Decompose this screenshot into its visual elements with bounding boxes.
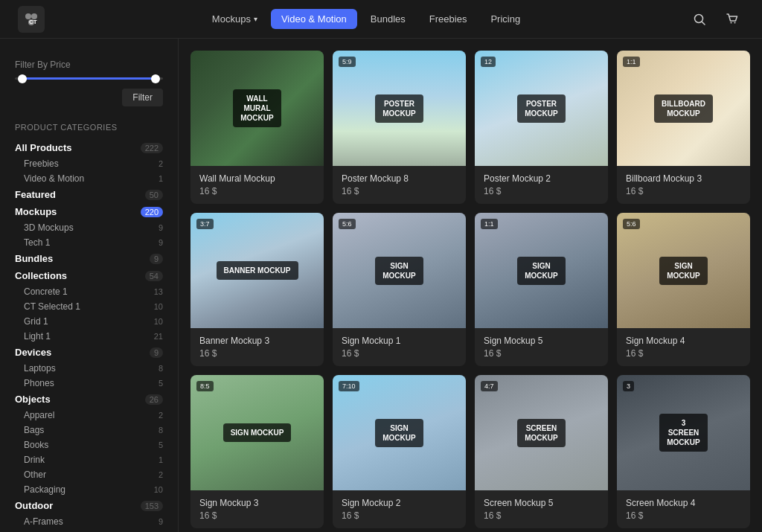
svg-point-4 (695, 14, 703, 22)
product-card[interactable]: 8:5SIGN MOCKUPSign Mockup 316 $ (190, 375, 324, 528)
sidebar-item-books[interactable]: Books 5 (0, 438, 178, 452)
mockup-label: SIGN MOCKUP (517, 257, 565, 285)
product-card[interactable]: 33 SCREEN MOCKUPScreen Mockup 416 $ (617, 375, 750, 528)
ratio-badge: 3 (623, 381, 634, 391)
product-image: 8:5SIGN MOCKUP (190, 375, 324, 490)
sidebar-item-collections[interactable]: Collections 54 (0, 267, 178, 284)
sidebar-item-bundles[interactable]: Bundles 9 (0, 250, 178, 267)
product-info: Sign Mockup 216 $ (333, 490, 466, 528)
sidebar-item-featured[interactable]: Featured 50 (0, 186, 178, 203)
slider-thumb-right[interactable] (151, 74, 160, 83)
product-name: Screen Mockup 5 (484, 498, 599, 508)
product-price: 16 $ (626, 186, 741, 196)
cart-button[interactable] (720, 7, 744, 31)
logo-icon: CT (18, 6, 45, 33)
sidebar-item-concrete1[interactable]: Concrete 1 13 (0, 284, 178, 299)
product-info: Screen Mockup 516 $ (475, 490, 608, 528)
nav-pricing[interactable]: Pricing (480, 9, 531, 29)
sidebar-item-ct-selected1[interactable]: CT Selected 1 10 (0, 299, 178, 314)
sidebar-item-bags[interactable]: Bags 8 (0, 423, 178, 438)
product-card[interactable]: 12POSTER MOCKUPPoster Mockup 216 $ (475, 51, 608, 204)
logo[interactable]: CT (18, 6, 45, 33)
sidebar-item-3d-mockups[interactable]: 3D Mockups 9 (0, 220, 178, 235)
svg-point-7 (734, 22, 736, 23)
product-card[interactable]: 1:1SIGN MOCKUPSign Mockup 516 $ (475, 213, 608, 366)
product-card[interactable]: 7:10SIGN MOCKUPSign Mockup 216 $ (333, 375, 466, 528)
product-card[interactable]: 4:7SCREEN MOCKUPScreen Mockup 516 $ (475, 375, 608, 528)
product-name: Wall Mural Mockup (199, 173, 315, 184)
product-grid: WALL MURAL MOCKUPWall Mural Mockup16 $5:… (190, 51, 750, 532)
svg-point-6 (731, 22, 732, 23)
product-info: Poster Mockup 816 $ (333, 166, 466, 204)
sidebar-item-drink[interactable]: Drink 1 (0, 452, 178, 467)
mockup-label: POSTER MOCKUP (517, 94, 565, 123)
sidebar-item-mockups[interactable]: Mockups 220 (0, 203, 178, 220)
product-price: 16 $ (199, 348, 315, 359)
product-info: Poster Mockup 216 $ (475, 166, 608, 204)
nav-mockups[interactable]: Mockups ▾ (202, 9, 268, 29)
main-content: WALL MURAL MOCKUPWall Mural Mockup16 $5:… (179, 39, 762, 532)
sidebar-item-packaging[interactable]: Packaging 10 (0, 482, 178, 497)
product-name: Sign Mockup 1 (342, 336, 457, 346)
product-name: Screen Mockup 4 (626, 498, 741, 508)
sidebar-item-apparel[interactable]: Apparel 2 (0, 408, 178, 423)
sidebar-item-phones[interactable]: Phones 5 (0, 376, 178, 391)
product-card[interactable]: 5:6SIGN MOCKUPSign Mockup 116 $ (333, 213, 466, 366)
price-slider[interactable] (15, 77, 163, 80)
sidebar-item-a-frames[interactable]: A-Frames 9 (0, 514, 178, 529)
product-card[interactable]: 5:9POSTER MOCKUPPoster Mockup 816 $ (333, 51, 466, 204)
ratio-badge: 5:9 (339, 57, 356, 67)
product-image: 3:7BANNER MOCKUP (190, 213, 324, 328)
filter-button[interactable]: Filter (122, 89, 163, 106)
slider-fill (22, 77, 156, 80)
nav-bundles[interactable]: Bundles (360, 9, 416, 29)
product-card[interactable]: 5:6SIGN MOCKUPSign Mockup 416 $ (617, 213, 750, 366)
product-name: Poster Mockup 2 (484, 173, 599, 184)
product-image: 5:6SIGN MOCKUP (617, 213, 750, 328)
filter-section: Filter By Price Filter (0, 51, 178, 115)
search-button[interactable] (688, 7, 711, 31)
mockup-label: SIGN MOCKUP (375, 419, 423, 447)
product-info: Sign Mockup 116 $ (333, 328, 466, 366)
product-card[interactable]: 1:1BILLBOARD MOCKUPBillboard Mockup 316 … (617, 51, 750, 204)
svg-text:CT: CT (29, 19, 37, 25)
mockup-label: WALL MURAL MOCKUP (233, 89, 281, 127)
product-image: 7:10SIGN MOCKUP (333, 375, 466, 490)
sidebar-item-freebies[interactable]: Freebies 2 (0, 156, 178, 171)
sidebar: Filter By Price Filter Product Categorie… (0, 39, 179, 532)
product-card[interactable]: 3:7BANNER MOCKUPBanner Mockup 316 $ (190, 213, 324, 366)
mockup-label: BILLBOARD MOCKUP (654, 94, 713, 123)
sidebar-item-grid1[interactable]: Grid 1 10 (0, 314, 178, 329)
product-image: 5:6SIGN MOCKUP (333, 213, 466, 328)
product-price: 16 $ (342, 510, 457, 521)
ratio-badge: 1:1 (481, 219, 498, 229)
sidebar-item-objects[interactable]: Objects 26 (0, 391, 178, 408)
categories-section: Product Categories (0, 115, 178, 139)
product-name: Billboard Mockup 3 (626, 173, 741, 184)
product-card[interactable]: WALL MURAL MOCKUPWall Mural Mockup16 $ (190, 51, 324, 204)
product-image: WALL MURAL MOCKUP (190, 51, 324, 166)
ratio-badge: 4:7 (481, 381, 498, 391)
product-name: Sign Mockup 3 (199, 498, 315, 508)
product-price: 16 $ (342, 348, 457, 359)
product-price: 16 $ (626, 510, 741, 521)
sidebar-item-outdoor[interactable]: Outdoor 153 (0, 497, 178, 514)
mockup-label: SCREEN MOCKUP (517, 419, 565, 447)
mockup-label: 3 SCREEN MOCKUP (659, 414, 707, 452)
sidebar-item-laptops[interactable]: Laptops 8 (0, 361, 178, 376)
nav-freebies[interactable]: Freebies (419, 9, 478, 29)
sidebar-item-light1[interactable]: Light 1 21 (0, 329, 178, 344)
sidebar-item-all-products[interactable]: All Products 222 (0, 139, 178, 156)
header: CT Mockups ▾ Video & Motion Bundles Free… (0, 0, 762, 39)
sidebar-item-video-motion[interactable]: Video & Motion 1 (0, 171, 178, 186)
ratio-badge: 12 (481, 57, 496, 67)
sidebar-item-devices[interactable]: Devices 9 (0, 344, 178, 361)
nav-video-motion[interactable]: Video & Motion (271, 9, 357, 29)
slider-thumb-left[interactable] (18, 74, 27, 83)
chevron-down-icon: ▾ (254, 15, 257, 23)
product-name: Sign Mockup 5 (484, 336, 599, 346)
product-price: 16 $ (484, 186, 599, 196)
sidebar-item-other[interactable]: Other 2 (0, 467, 178, 482)
sidebar-item-banners[interactable]: Banners 32 (0, 529, 178, 532)
sidebar-item-tech1[interactable]: Tech 1 9 (0, 235, 178, 250)
